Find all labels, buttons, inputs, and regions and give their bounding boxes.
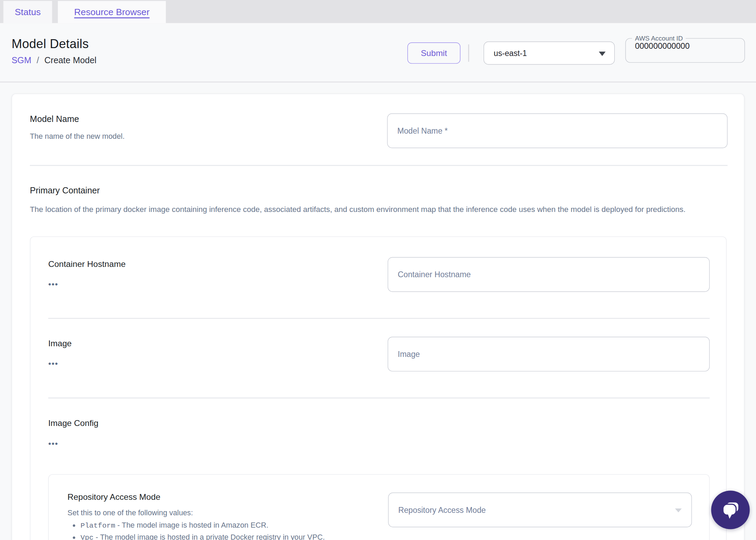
model-details-card: Model Name The name of the new model. Pr…	[12, 93, 745, 540]
region-select[interactable]: us-east-1	[484, 42, 615, 65]
option-text: - The model image is hosted in Amazon EC…	[117, 521, 268, 529]
repository-access-mode-options-list: Platform - The model image is hosted in …	[68, 520, 325, 540]
primary-container-description: The location of the primary docker image…	[30, 203, 724, 216]
aws-account-id-input[interactable]	[626, 42, 736, 54]
app-viewport: Status Resource Browser Model Details SG…	[0, 0, 756, 540]
breadcrumb-separator: /	[37, 55, 39, 65]
breadcrumb-parent-link[interactable]: SGM	[12, 55, 32, 65]
chat-bubbles-icon	[719, 499, 742, 521]
primary-container-card: Container Hostname ••• Image ••• Image C…	[30, 236, 726, 540]
tab-bar: Status Resource Browser	[0, 0, 756, 23]
model-name-description: The name of the new model.	[30, 132, 125, 141]
chat-launcher-button[interactable]	[711, 491, 749, 529]
model-name-label: Model Name	[30, 114, 79, 124]
aws-account-id-label: AWS Account ID	[632, 35, 686, 42]
tab-status[interactable]: Status	[3, 1, 52, 23]
submit-button[interactable]: Submit	[408, 43, 460, 64]
option-text: - The model image is hosted in a private…	[96, 533, 325, 540]
image-config-card: Repository Access Mode Set this to one o…	[48, 474, 710, 540]
image-label: Image	[48, 339, 71, 349]
field-divider	[48, 397, 710, 398]
tab-resource-browser[interactable]: Resource Browser	[58, 1, 166, 23]
page-header: Model Details SGM / Create Model Submit …	[0, 23, 756, 82]
repository-access-mode-label: Repository Access Mode	[68, 492, 160, 502]
aws-account-id-fieldset: AWS Account ID	[625, 35, 745, 63]
region-select-value: us-east-1	[484, 48, 527, 58]
breadcrumb-current: Create Model	[44, 55, 96, 65]
section-divider	[30, 165, 728, 166]
image-expand-toggle[interactable]: •••	[48, 360, 58, 368]
list-item: Platform - The model image is hosted in …	[81, 520, 325, 532]
option-code: Vpc	[81, 534, 94, 540]
page-title: Model Details	[12, 37, 89, 52]
repository-access-mode-placeholder: Repository Access Mode	[389, 505, 486, 515]
caret-down-icon	[675, 508, 682, 512]
image-config-expand-toggle[interactable]: •••	[48, 440, 58, 448]
container-hostname-input[interactable]	[388, 257, 710, 292]
option-code: Platform	[81, 522, 115, 530]
list-item: Vpc - The model image is hosted in a pri…	[81, 532, 325, 540]
container-hostname-expand-toggle[interactable]: •••	[48, 280, 58, 289]
repository-access-mode-select[interactable]: Repository Access Mode	[388, 493, 692, 527]
image-input[interactable]	[388, 337, 710, 371]
caret-down-icon	[599, 52, 606, 56]
field-divider	[48, 318, 710, 318]
header-divider	[468, 44, 469, 62]
primary-container-label: Primary Container	[30, 186, 100, 196]
tab-resource-browser-label: Resource Browser	[74, 7, 149, 18]
model-name-input[interactable]	[387, 113, 728, 148]
image-config-label: Image Config	[48, 418, 98, 428]
tab-status-label: Status	[15, 7, 41, 18]
breadcrumb: SGM / Create Model	[12, 55, 96, 65]
repository-access-mode-description: Set this to one of the following values:	[68, 508, 193, 517]
container-hostname-label: Container Hostname	[48, 259, 125, 269]
